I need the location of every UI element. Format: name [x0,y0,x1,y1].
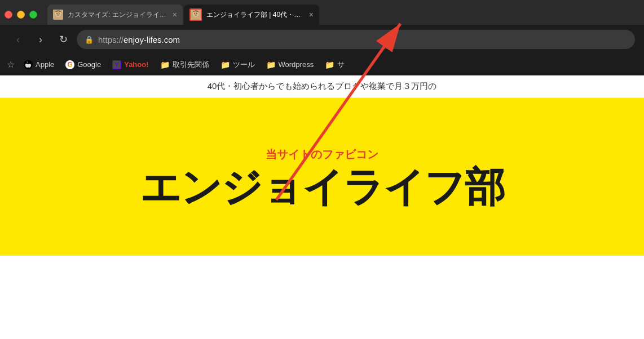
folder-icon-more: 📁 [325,60,334,69]
bookmark-torihiki[interactable]: 📁 取引先関係 [156,57,214,72]
url-protocol: https:// [98,35,123,44]
bookmark-more[interactable]: 📁 サ [320,57,349,72]
url-domain: enjoy-lifes.com [123,35,180,44]
bookmark-google-label: Google [77,60,101,69]
tab-customize[interactable]: カスタマイズ: エンジョイライフ部 × [47,5,183,25]
site-logo-container: エンジョイライフ部 [140,167,504,207]
url-display: https://enjoy-lifes.com [98,35,627,44]
bookmark-yahoo[interactable]: Y Yahoo! [108,58,153,72]
site-hero: 当サイトのファビコン エンジョイライフ部 [0,98,644,256]
tab-favicon-1 [53,10,63,20]
google-favicon: G [65,60,74,69]
folder-icon-tools: 📁 [220,60,230,69]
tab-bar: カスタマイズ: エンジョイライフ部 × エンジョイライフ部 | [0,0,644,25]
svg-point-9 [196,13,197,14]
tab-favicon-2 [189,8,202,21]
bookmark-more-label: サ [337,60,345,70]
favicon-annotation-label: 当サイトのファビコン [266,148,378,160]
site-announcement-bar: 40代・初心者からでも始められるブログや複業で月３万円の [0,75,644,98]
forward-button[interactable]: › [32,30,50,48]
apple-favicon [24,60,33,69]
tab-title-2: エンジョイライフ部 | 40代・初心 [206,10,305,20]
bookmark-google[interactable]: G Google [61,58,105,72]
yahoo-favicon: Y [112,60,121,69]
maximize-traffic-light[interactable] [29,11,37,19]
tab-enjoy-life[interactable]: エンジョイライフ部 | 40代・初心 × [184,5,319,25]
folder-icon-torihiki: 📁 [160,60,170,69]
svg-point-4 [59,13,60,14]
svg-point-3 [56,13,58,14]
minimize-traffic-light[interactable] [17,11,25,19]
bookmark-apple-label: Apple [36,60,54,69]
annotation-container: 当サイトのファビコン [266,147,378,162]
bookmark-tools-label: ツール [233,60,255,70]
bookmark-wordpress[interactable]: 📁 Wordpress [262,58,319,72]
bookmark-torihiki-label: 取引先関係 [173,60,209,70]
bookmark-apple[interactable]: Apple [19,58,59,72]
address-bar[interactable]: 🔒 https://enjoy-lifes.com [77,30,635,49]
announcement-text: 40代・初心者からでも始められるブログや複業で月３万円の [208,81,437,91]
navigation-bar: ‹ › ↻ 🔒 https://enjoy-lifes.com [0,25,644,54]
tab-close-2[interactable]: × [309,11,314,19]
bookmarks-bar: ☆ Apple G Google Y Yahoo! [0,54,644,75]
bookmark-wordpress-label: Wordpress [279,60,314,69]
close-traffic-light[interactable] [5,11,12,19]
lock-icon: 🔒 [85,35,94,44]
back-button[interactable]: ‹ [9,30,27,48]
tab-title-1: カスタマイズ: エンジョイライフ部 [68,10,168,20]
reload-button[interactable]: ↻ [54,30,72,48]
browser-window: カスタマイズ: エンジョイライフ部 × エンジョイライフ部 | [0,0,644,339]
bookmark-yahoo-label: Yahoo! [124,60,148,69]
bookmark-tools[interactable]: 📁 ツール [216,57,259,72]
traffic-lights [5,11,37,19]
folder-icon-wordpress: 📁 [266,60,276,69]
bookmarks-star-icon: ☆ [7,59,15,70]
tab-close-1[interactable]: × [173,11,177,19]
website-content: 40代・初心者からでも始められるブログや複業で月３万円の 当サイトのファビコン … [0,75,644,256]
svg-point-8 [194,13,195,14]
browser-chrome: カスタマイズ: エンジョイライフ部 × エンジョイライフ部 | [0,0,644,75]
site-logo-text: エンジョイライフ部 [140,167,504,207]
